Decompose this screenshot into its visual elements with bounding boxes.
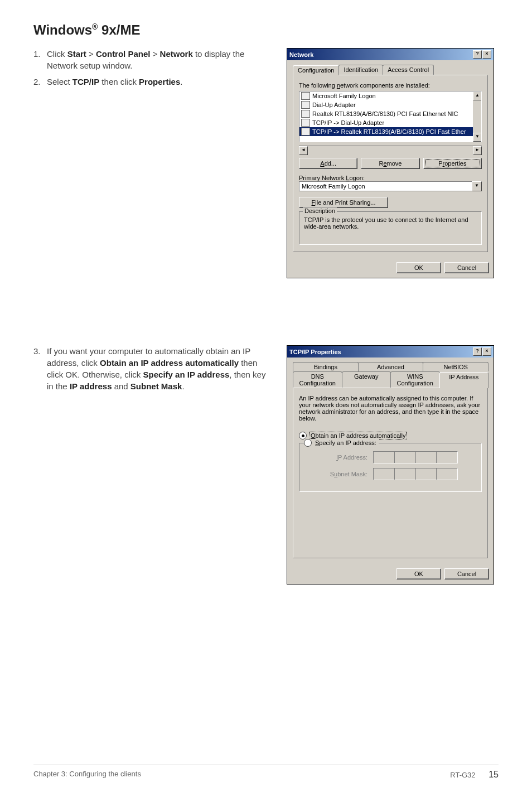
tab-identification[interactable]: Identification xyxy=(338,65,383,75)
radio-icon xyxy=(304,439,312,447)
scroll-right-icon[interactable]: ► xyxy=(473,146,482,155)
help-icon[interactable]: ? xyxy=(473,347,482,356)
registered-symbol: ® xyxy=(92,22,98,31)
step-body: If you want your computer to automatical… xyxy=(47,345,270,392)
tab-configuration[interactable]: Configuration xyxy=(293,65,339,75)
list-item-label: TCP/IP -> Dial-Up Adapter xyxy=(312,119,384,126)
section-heading: Windows® 9x/ME xyxy=(33,22,499,38)
ok-button[interactable]: OK xyxy=(396,568,441,579)
bold-term: Control Panel xyxy=(96,49,151,59)
tab-wins-config[interactable]: WINS Configuration xyxy=(390,371,440,388)
dialog-title: Network xyxy=(289,51,313,58)
scroll-up-icon[interactable]: ▲ xyxy=(473,91,482,100)
label-part: The following xyxy=(299,82,337,89)
dialog-titlebar: TCP/IP Properties ? × xyxy=(287,346,494,357)
primary-logon-combo[interactable]: Microsoft Family Logon ▼ xyxy=(299,181,482,191)
ok-button[interactable]: OK xyxy=(396,262,441,273)
bold-term: Specify an IP address xyxy=(143,370,230,379)
instruction-step: 2.Select TCP/IP then click Properties. xyxy=(33,76,270,88)
steps-column-2: 3.If you want your computer to automatic… xyxy=(33,345,270,397)
radio-specify-ip[interactable]: Specify an IP address: xyxy=(304,439,379,447)
bold-term: TCP/IP xyxy=(72,77,99,86)
protocol-icon xyxy=(301,128,310,136)
add-button[interactable]: Add... xyxy=(299,158,357,169)
cancel-button[interactable]: Cancel xyxy=(444,262,489,273)
close-icon[interactable]: × xyxy=(482,347,491,356)
list-item[interactable]: Dial-Up Adapter xyxy=(299,100,481,109)
bold-term: Properties xyxy=(139,77,180,86)
instruction-step: 1.Click Start > Control Panel > Network … xyxy=(33,48,270,71)
steps-column-1: 1.Click Start > Control Panel > Network … xyxy=(33,48,270,92)
adapter-icon xyxy=(301,110,310,118)
scroll-left-icon[interactable]: ◄ xyxy=(299,146,308,155)
vertical-scrollbar[interactable]: ▲ ▼ xyxy=(473,91,481,142)
description-text: TCP/IP is the protocol you use to connec… xyxy=(304,216,477,230)
ip-address-input xyxy=(373,451,458,463)
remove-button[interactable]: Remove xyxy=(361,158,419,169)
list-item[interactable]: TCP/IP -> Dial-Up Adapter xyxy=(299,118,481,127)
adapter-icon xyxy=(301,101,310,109)
components-listbox[interactable]: Microsoft Family Logon Dial-Up Adapter R… xyxy=(299,91,482,142)
subnet-mask-label: Subnet Mask: xyxy=(317,471,367,477)
client-icon xyxy=(301,92,310,100)
list-item-label: TCP/IP -> Realtek RTL8139(A/B/C/8130) PC… xyxy=(312,128,466,135)
cancel-button[interactable]: Cancel xyxy=(444,568,489,579)
step-number: 1. xyxy=(33,48,47,71)
network-dialog: Network ? × Configuration Identification… xyxy=(287,48,494,278)
bold-term: Network xyxy=(160,49,193,59)
description-groupbox: Description TCP/IP is the protocol you u… xyxy=(299,211,482,245)
tab-bindings[interactable]: Bindings xyxy=(293,362,359,371)
specify-ip-groupbox: Specify an IP address: IP Address: Subne… xyxy=(299,443,482,492)
components-label: The following network components are ins… xyxy=(299,82,482,89)
list-item-label: Dial-Up Adapter xyxy=(312,102,356,108)
step-number: 2. xyxy=(33,76,47,88)
properties-button[interactable]: Properties xyxy=(423,158,482,169)
heading-suffix: 9x/ME xyxy=(98,22,140,37)
step-body: Select TCP/IP then click Properties. xyxy=(47,76,270,88)
bold-term: Obtain an IP address automatically xyxy=(100,358,239,368)
label-part: etwork components are installed: xyxy=(340,82,430,89)
tab-dns-config[interactable]: DNS Configuration xyxy=(293,371,342,388)
step-body: Click Start > Control Panel > Network to… xyxy=(47,48,270,71)
tab-netbios[interactable]: NetBIOS xyxy=(423,362,489,371)
list-item-label: Microsoft Family Logon xyxy=(312,93,376,99)
horizontal-scrollbar[interactable]: ◄ ► xyxy=(299,146,482,154)
dialog-tabs: Configuration Identification Access Cont… xyxy=(293,65,488,75)
subnet-mask-input xyxy=(373,468,458,480)
tab-gateway[interactable]: Gateway xyxy=(342,371,391,388)
file-print-sharing-button[interactable]: File and Print Sharing... xyxy=(299,197,388,208)
dropdown-icon[interactable]: ▼ xyxy=(472,181,482,191)
bold-term: Start xyxy=(67,49,86,59)
dialog-title: TCP/IP Properties xyxy=(289,349,341,355)
primary-logon-label: Primary Network Logon: xyxy=(299,175,482,181)
dialog-titlebar: Network ? × xyxy=(287,49,494,60)
protocol-icon xyxy=(301,119,310,127)
footer-chapter: Chapter 3: Configuring the clients xyxy=(33,770,141,780)
page-footer: Chapter 3: Configuring the clients RT-G3… xyxy=(33,765,499,780)
radio-obtain-auto[interactable]: Obtain an IP address automatically xyxy=(299,432,482,439)
combo-value: Microsoft Family Logon xyxy=(299,181,472,191)
close-icon[interactable]: × xyxy=(482,50,491,59)
bold-term: IP address xyxy=(70,381,112,391)
instruction-step: 3.If you want your computer to automatic… xyxy=(33,345,270,392)
radio-label: Specify an IP address: xyxy=(315,439,376,446)
tab-advanced[interactable]: Advanced xyxy=(358,362,424,371)
page-number: 15 xyxy=(489,770,499,779)
help-icon[interactable]: ? xyxy=(473,50,482,59)
description-legend: Description xyxy=(303,207,337,214)
ip-address-label: IP Address: xyxy=(317,454,367,461)
tab-access-control[interactable]: Access Control xyxy=(383,65,434,75)
heading-prefix: Windows xyxy=(33,22,92,37)
list-item-selected[interactable]: TCP/IP -> Realtek RTL8139(A/B/C/8130) PC… xyxy=(299,127,481,136)
list-item[interactable]: Microsoft Family Logon xyxy=(299,91,481,100)
tab-ip-address[interactable]: IP Address xyxy=(439,372,489,388)
bold-term: Subnet Mask xyxy=(130,381,182,391)
footer-model: RT-G32 xyxy=(450,771,475,779)
intro-text: An IP address can be automatically assig… xyxy=(299,395,482,422)
step-number: 3. xyxy=(33,345,47,392)
radio-icon xyxy=(299,432,307,439)
list-item-label: Realtek RTL8139(A/B/C/8130) PCI Fast Eth… xyxy=(312,110,458,117)
list-item[interactable]: Realtek RTL8139(A/B/C/8130) PCI Fast Eth… xyxy=(299,109,481,118)
scroll-down-icon[interactable]: ▼ xyxy=(473,133,482,142)
tcpip-properties-dialog: TCP/IP Properties ? × Bindings Advanced … xyxy=(287,345,494,584)
